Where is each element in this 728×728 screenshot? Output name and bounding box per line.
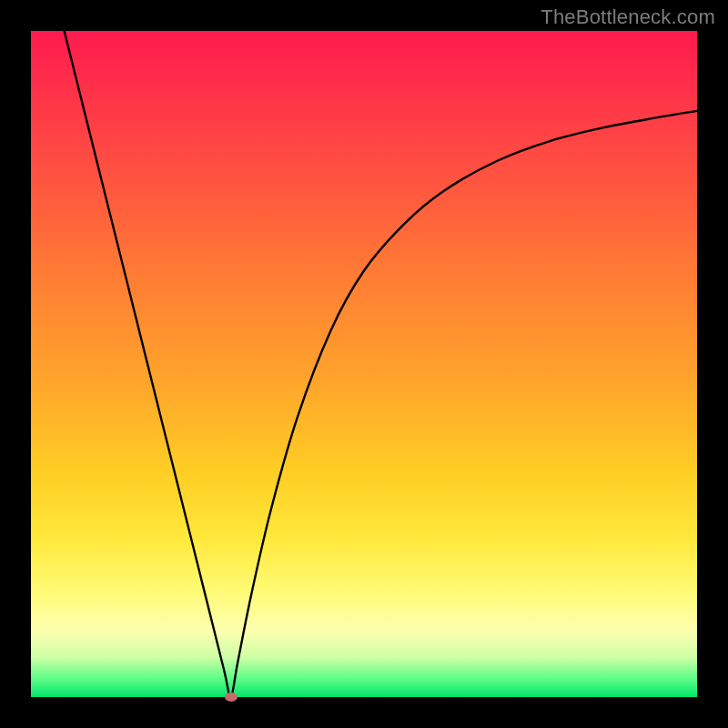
curve-svg	[31, 31, 697, 697]
chart-frame: TheBottleneck.com	[0, 0, 728, 728]
minimum-marker	[225, 693, 238, 702]
plot-area	[31, 31, 697, 697]
watermark-text: TheBottleneck.com	[541, 5, 715, 29]
bottleneck-curve	[65, 31, 697, 697]
